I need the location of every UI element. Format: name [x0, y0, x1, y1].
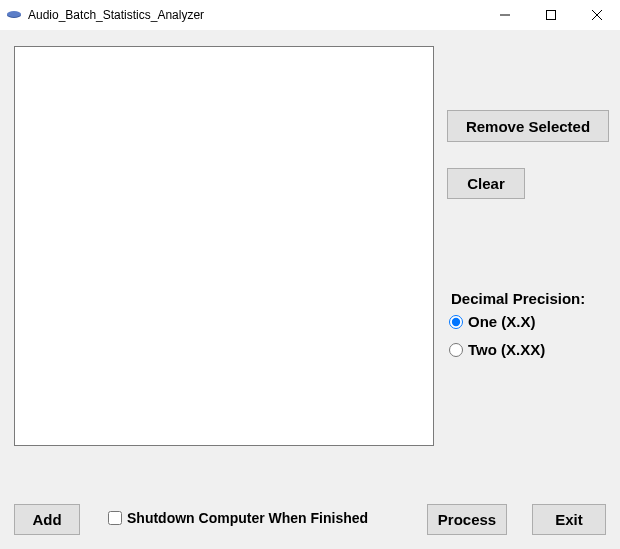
file-listbox[interactable] — [14, 46, 434, 446]
close-button[interactable] — [574, 0, 620, 30]
window-controls — [482, 0, 620, 30]
decimal-precision-group: One (X.X) Two (X.XX) — [449, 313, 545, 369]
radio-one-label[interactable]: One (X.X) — [468, 313, 536, 330]
exit-button[interactable]: Exit — [532, 504, 606, 535]
radio-one[interactable] — [449, 315, 463, 329]
shutdown-checkbox[interactable] — [108, 511, 122, 525]
maximize-button[interactable] — [528, 0, 574, 30]
decimal-precision-label: Decimal Precision: — [451, 290, 585, 307]
radio-two[interactable] — [449, 343, 463, 357]
radio-one-row: One (X.X) — [449, 313, 545, 330]
svg-rect-3 — [547, 11, 556, 20]
process-button[interactable]: Process — [427, 504, 507, 535]
minimize-button[interactable] — [482, 0, 528, 30]
svg-point-1 — [7, 11, 21, 17]
shutdown-row: Shutdown Computer When Finished — [108, 510, 368, 526]
client-area: Remove Selected Clear Decimal Precision:… — [0, 30, 620, 549]
add-button[interactable]: Add — [14, 504, 80, 535]
titlebar: Audio_Batch_Statistics_Analyzer — [0, 0, 620, 30]
remove-selected-button[interactable]: Remove Selected — [447, 110, 609, 142]
radio-two-label[interactable]: Two (X.XX) — [468, 341, 545, 358]
clear-button[interactable]: Clear — [447, 168, 525, 199]
radio-two-row: Two (X.XX) — [449, 341, 545, 358]
window-title: Audio_Batch_Statistics_Analyzer — [28, 8, 482, 22]
app-icon — [6, 7, 22, 23]
shutdown-label[interactable]: Shutdown Computer When Finished — [127, 510, 368, 526]
